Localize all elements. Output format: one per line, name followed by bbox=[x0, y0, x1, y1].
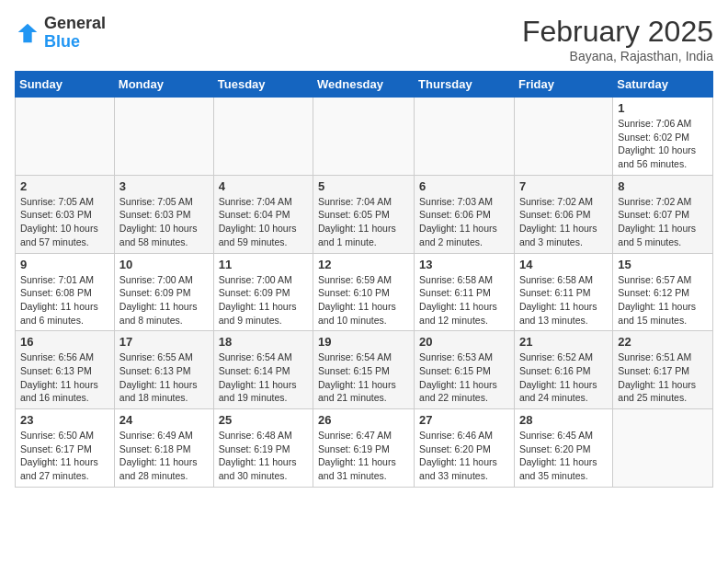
day-number: 24 bbox=[119, 413, 209, 427]
day-info: Sunrise: 6:45 AM Sunset: 6:20 PM Dayligh… bbox=[519, 429, 608, 483]
month-title: February 2025 bbox=[522, 15, 713, 49]
day-info: Sunrise: 6:54 AM Sunset: 6:15 PM Dayligh… bbox=[318, 350, 409, 405]
calendar-cell bbox=[514, 98, 612, 176]
calendar-cell: 12Sunrise: 6:59 AM Sunset: 6:10 PM Dayli… bbox=[313, 253, 415, 331]
day-info: Sunrise: 7:06 AM Sunset: 6:02 PM Dayligh… bbox=[618, 117, 708, 171]
day-number: 28 bbox=[519, 413, 608, 427]
calendar-cell: 8Sunrise: 7:02 AM Sunset: 6:07 PM Daylig… bbox=[613, 175, 713, 253]
page-header: General Blue February 2025 Bayana, Rajas… bbox=[15, 15, 713, 63]
day-number: 11 bbox=[219, 258, 308, 271]
day-info: Sunrise: 6:47 AM Sunset: 6:19 PM Dayligh… bbox=[318, 429, 409, 483]
day-number: 2 bbox=[20, 179, 109, 193]
day-info: Sunrise: 6:55 AM Sunset: 6:13 PM Dayligh… bbox=[119, 350, 209, 405]
day-number: 19 bbox=[318, 335, 409, 349]
calendar-cell: 4Sunrise: 7:04 AM Sunset: 6:04 PM Daylig… bbox=[213, 175, 313, 253]
week-row-4: 16Sunrise: 6:56 AM Sunset: 6:13 PM Dayli… bbox=[16, 331, 713, 409]
calendar-cell: 11Sunrise: 7:00 AM Sunset: 6:09 PM Dayli… bbox=[213, 253, 313, 331]
day-info: Sunrise: 6:49 AM Sunset: 6:18 PM Dayligh… bbox=[119, 429, 209, 483]
calendar-cell: 27Sunrise: 6:46 AM Sunset: 6:20 PM Dayli… bbox=[415, 409, 515, 488]
day-number: 14 bbox=[519, 258, 608, 271]
day-number: 20 bbox=[419, 335, 509, 349]
calendar-cell bbox=[415, 98, 515, 176]
title-block: February 2025 Bayana, Rajasthan, India bbox=[522, 15, 713, 63]
calendar-cell: 21Sunrise: 6:52 AM Sunset: 6:16 PM Dayli… bbox=[514, 331, 612, 409]
day-number: 27 bbox=[419, 413, 509, 427]
day-number: 3 bbox=[119, 179, 209, 193]
day-number: 4 bbox=[219, 179, 308, 193]
calendar-cell: 3Sunrise: 7:05 AM Sunset: 6:03 PM Daylig… bbox=[114, 175, 213, 253]
day-info: Sunrise: 7:04 AM Sunset: 6:05 PM Dayligh… bbox=[318, 195, 409, 249]
day-info: Sunrise: 7:05 AM Sunset: 6:03 PM Dayligh… bbox=[20, 195, 109, 249]
day-number: 22 bbox=[618, 335, 708, 349]
calendar-cell: 10Sunrise: 7:00 AM Sunset: 6:09 PM Dayli… bbox=[114, 253, 213, 331]
weekday-header-saturday: Saturday bbox=[613, 72, 713, 98]
weekday-header-monday: Monday bbox=[114, 72, 213, 98]
day-number: 18 bbox=[219, 335, 308, 349]
calendar-cell: 9Sunrise: 7:01 AM Sunset: 6:08 PM Daylig… bbox=[16, 253, 115, 331]
day-info: Sunrise: 6:48 AM Sunset: 6:19 PM Dayligh… bbox=[219, 429, 308, 483]
day-info: Sunrise: 6:59 AM Sunset: 6:10 PM Dayligh… bbox=[318, 273, 409, 327]
week-row-1: 1Sunrise: 7:06 AM Sunset: 6:02 PM Daylig… bbox=[16, 98, 713, 176]
calendar-table: SundayMondayTuesdayWednesdayThursdayFrid… bbox=[15, 71, 713, 488]
day-info: Sunrise: 6:54 AM Sunset: 6:14 PM Dayligh… bbox=[219, 350, 308, 405]
calendar-cell: 22Sunrise: 6:51 AM Sunset: 6:17 PM Dayli… bbox=[613, 331, 713, 409]
day-number: 9 bbox=[20, 258, 109, 271]
calendar-cell: 25Sunrise: 6:48 AM Sunset: 6:19 PM Dayli… bbox=[213, 409, 313, 488]
day-info: Sunrise: 6:46 AM Sunset: 6:20 PM Dayligh… bbox=[419, 429, 509, 483]
day-number: 26 bbox=[318, 413, 409, 427]
week-row-2: 2Sunrise: 7:05 AM Sunset: 6:03 PM Daylig… bbox=[16, 175, 713, 253]
calendar-cell: 20Sunrise: 6:53 AM Sunset: 6:15 PM Dayli… bbox=[415, 331, 515, 409]
calendar-cell: 18Sunrise: 6:54 AM Sunset: 6:14 PM Dayli… bbox=[213, 331, 313, 409]
day-number: 25 bbox=[219, 413, 308, 427]
calendar-cell: 17Sunrise: 6:55 AM Sunset: 6:13 PM Dayli… bbox=[114, 331, 213, 409]
day-info: Sunrise: 7:00 AM Sunset: 6:09 PM Dayligh… bbox=[219, 273, 308, 327]
day-info: Sunrise: 7:01 AM Sunset: 6:08 PM Dayligh… bbox=[20, 273, 109, 327]
day-info: Sunrise: 7:05 AM Sunset: 6:03 PM Dayligh… bbox=[119, 195, 209, 249]
calendar-cell: 26Sunrise: 6:47 AM Sunset: 6:19 PM Dayli… bbox=[313, 409, 415, 488]
calendar-cell: 16Sunrise: 6:56 AM Sunset: 6:13 PM Dayli… bbox=[16, 331, 115, 409]
weekday-header-sunday: Sunday bbox=[16, 72, 115, 98]
week-row-3: 9Sunrise: 7:01 AM Sunset: 6:08 PM Daylig… bbox=[16, 253, 713, 331]
calendar-cell bbox=[213, 98, 313, 176]
day-number: 10 bbox=[119, 258, 209, 271]
day-number: 17 bbox=[119, 335, 209, 349]
calendar-cell: 15Sunrise: 6:57 AM Sunset: 6:12 PM Dayli… bbox=[613, 253, 713, 331]
day-number: 16 bbox=[20, 335, 109, 349]
day-info: Sunrise: 6:51 AM Sunset: 6:17 PM Dayligh… bbox=[618, 350, 708, 405]
day-info: Sunrise: 6:57 AM Sunset: 6:12 PM Dayligh… bbox=[618, 273, 708, 327]
day-info: Sunrise: 6:56 AM Sunset: 6:13 PM Dayligh… bbox=[20, 350, 109, 405]
day-info: Sunrise: 6:58 AM Sunset: 6:11 PM Dayligh… bbox=[519, 273, 608, 327]
calendar-cell: 2Sunrise: 7:05 AM Sunset: 6:03 PM Daylig… bbox=[16, 175, 115, 253]
weekday-header-row: SundayMondayTuesdayWednesdayThursdayFrid… bbox=[16, 72, 713, 98]
weekday-header-thursday: Thursday bbox=[415, 72, 515, 98]
logo-blue-text: Blue bbox=[44, 32, 80, 51]
calendar-cell: 19Sunrise: 6:54 AM Sunset: 6:15 PM Dayli… bbox=[313, 331, 415, 409]
day-number: 5 bbox=[318, 179, 409, 193]
day-info: Sunrise: 6:52 AM Sunset: 6:16 PM Dayligh… bbox=[519, 350, 608, 405]
logo-icon bbox=[15, 20, 40, 46]
calendar-cell bbox=[16, 98, 115, 176]
day-number: 6 bbox=[419, 179, 509, 193]
weekday-header-friday: Friday bbox=[514, 72, 612, 98]
calendar-cell: 14Sunrise: 6:58 AM Sunset: 6:11 PM Dayli… bbox=[514, 253, 612, 331]
day-info: Sunrise: 6:53 AM Sunset: 6:15 PM Dayligh… bbox=[419, 350, 509, 405]
calendar-cell bbox=[313, 98, 415, 176]
day-number: 12 bbox=[318, 258, 409, 271]
day-number: 1 bbox=[618, 101, 708, 115]
logo: General Blue bbox=[15, 15, 106, 52]
calendar-cell: 24Sunrise: 6:49 AM Sunset: 6:18 PM Dayli… bbox=[114, 409, 213, 488]
calendar-cell: 13Sunrise: 6:58 AM Sunset: 6:11 PM Dayli… bbox=[415, 253, 515, 331]
day-number: 23 bbox=[20, 413, 109, 427]
day-info: Sunrise: 7:03 AM Sunset: 6:06 PM Dayligh… bbox=[419, 195, 509, 249]
day-number: 21 bbox=[519, 335, 608, 349]
calendar-cell: 28Sunrise: 6:45 AM Sunset: 6:20 PM Dayli… bbox=[514, 409, 612, 488]
week-row-5: 23Sunrise: 6:50 AM Sunset: 6:17 PM Dayli… bbox=[16, 409, 713, 488]
weekday-header-tuesday: Tuesday bbox=[213, 72, 313, 98]
day-number: 13 bbox=[419, 258, 509, 271]
day-info: Sunrise: 6:50 AM Sunset: 6:17 PM Dayligh… bbox=[20, 429, 109, 483]
day-number: 8 bbox=[618, 179, 708, 193]
calendar-cell: 1Sunrise: 7:06 AM Sunset: 6:02 PM Daylig… bbox=[613, 98, 713, 176]
weekday-header-wednesday: Wednesday bbox=[313, 72, 415, 98]
calendar-cell: 23Sunrise: 6:50 AM Sunset: 6:17 PM Dayli… bbox=[16, 409, 115, 488]
day-number: 15 bbox=[618, 258, 708, 271]
